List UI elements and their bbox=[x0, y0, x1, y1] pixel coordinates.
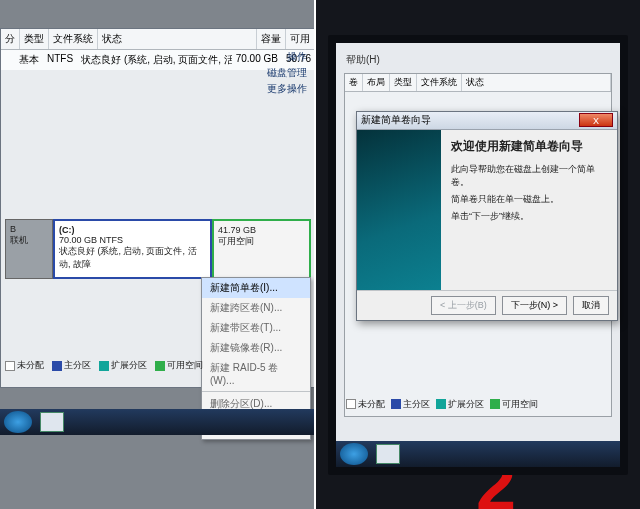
legend2-primary: 主分区 bbox=[403, 399, 430, 409]
menu-help[interactable]: 帮助(H) bbox=[346, 53, 380, 67]
wizard-text-1: 此向导帮助您在磁盘上创建一个简单卷。 bbox=[451, 163, 607, 189]
cell-fs: NTFS bbox=[43, 52, 77, 68]
ctx-new-mirrored-volume: 新建镜像卷(R)... bbox=[202, 338, 310, 358]
legend-extended: 扩展分区 bbox=[111, 360, 147, 370]
col2-type[interactable]: 类型 bbox=[390, 74, 417, 91]
legend-primary: 主分区 bbox=[64, 360, 91, 370]
wizard-heading: 欢迎使用新建简单卷向导 bbox=[451, 138, 607, 155]
close-button[interactable]: X bbox=[579, 113, 613, 127]
legend-2: 未分配 主分区 扩展分区 可用空间 bbox=[346, 398, 538, 411]
back-button: < 上一步(B) bbox=[431, 296, 496, 315]
ctx-new-raid5-volume: 新建 RAID-5 卷(W)... bbox=[202, 358, 310, 389]
actions-pane: 操作 磁盘管理 更多操作 bbox=[263, 49, 311, 97]
unallocated-size: 41.79 GB bbox=[218, 225, 305, 235]
ctx-new-spanned-volume: 新建跨区卷(N)... bbox=[202, 298, 310, 318]
col2-fs[interactable]: 文件系统 bbox=[417, 74, 462, 91]
col-layout[interactable]: 分 bbox=[1, 29, 20, 49]
taskbar-2 bbox=[336, 441, 620, 467]
wizard-banner bbox=[357, 130, 441, 290]
disk-graph: B 联机 (C:) 70.00 GB NTFS 状态良好 (系统, 启动, 页面… bbox=[5, 219, 311, 279]
start-button[interactable] bbox=[4, 411, 32, 433]
volume-c[interactable]: (C:) 70.00 GB NTFS 状态良好 (系统, 启动, 页面文件, 活… bbox=[53, 219, 212, 279]
volume-c-title: (C:) bbox=[59, 225, 75, 235]
ctx-new-striped-volume: 新建带区卷(T)... bbox=[202, 318, 310, 338]
legend2-free: 可用空间 bbox=[502, 399, 538, 409]
volume-c-size: 70.00 GB NTFS bbox=[59, 235, 206, 245]
disk-name: B bbox=[10, 224, 48, 234]
wizard-titlebar[interactable]: 新建简单卷向导 X bbox=[357, 112, 617, 130]
legend-unallocated: 未分配 bbox=[17, 360, 44, 370]
taskbar-explorer-icon[interactable] bbox=[40, 412, 64, 432]
cell-status: 状态良好 (系统, 启动, 页面文件, 活动, 故障转储, 主分区) bbox=[77, 52, 232, 68]
disk-label[interactable]: B 联机 bbox=[5, 219, 53, 279]
unallocated-label: 可用空间 bbox=[218, 235, 305, 248]
actions-header: 操作 bbox=[263, 49, 311, 65]
legend2-unallocated: 未分配 bbox=[358, 399, 385, 409]
taskbar-explorer-icon-2[interactable] bbox=[376, 444, 400, 464]
col-capacity[interactable]: 容量 bbox=[257, 29, 286, 49]
unallocated-space[interactable]: 41.79 GB 可用空间 bbox=[212, 219, 311, 279]
start-button-2[interactable] bbox=[340, 443, 368, 465]
col-free[interactable]: 可用 bbox=[286, 29, 315, 49]
cancel-button[interactable]: 取消 bbox=[573, 296, 609, 315]
legend: 未分配 主分区 扩展分区 可用空间 bbox=[5, 359, 203, 372]
actions-link-dm[interactable]: 磁盘管理 bbox=[263, 65, 311, 81]
col2-layout[interactable]: 布局 bbox=[363, 74, 390, 91]
next-button[interactable]: 下一步(N) > bbox=[502, 296, 567, 315]
col-status[interactable]: 状态 bbox=[98, 29, 257, 49]
actions-link-more[interactable]: 更多操作 bbox=[263, 81, 311, 97]
wizard-text-2: 简单卷只能在单一磁盘上。 bbox=[451, 193, 607, 206]
volume-list-header: 分 类型 文件系统 状态 容量 可用 bbox=[1, 29, 315, 50]
ctx-new-simple-volume[interactable]: 新建简单卷(I)... bbox=[202, 278, 310, 298]
wizard-text-3: 单击“下一步”继续。 bbox=[451, 210, 607, 223]
cell-type: 基本 bbox=[15, 52, 43, 68]
legend-free: 可用空间 bbox=[167, 360, 203, 370]
new-simple-volume-wizard: 新建简单卷向导 X 欢迎使用新建简单卷向导 此向导帮助您在磁盘上创建一个简单卷。… bbox=[356, 111, 618, 321]
wizard-content: 欢迎使用新建简单卷向导 此向导帮助您在磁盘上创建一个简单卷。 简单卷只能在单一磁… bbox=[441, 130, 617, 290]
laptop-screen: 帮助(H) 卷 布局 类型 文件系统 状态 新建简单卷向导 X bbox=[328, 35, 628, 475]
disk-status: 联机 bbox=[10, 234, 48, 247]
ctx-separator bbox=[202, 391, 310, 392]
col2-status[interactable]: 状态 bbox=[462, 74, 611, 91]
wizard-title-text: 新建简单卷向导 bbox=[361, 113, 431, 127]
taskbar bbox=[0, 409, 316, 435]
col-fs[interactable]: 文件系统 bbox=[49, 29, 98, 49]
col2-vol[interactable]: 卷 bbox=[345, 74, 363, 91]
legend2-extended: 扩展分区 bbox=[448, 399, 484, 409]
wizard-footer: < 上一步(B) 下一步(N) > 取消 bbox=[357, 290, 617, 320]
volume-c-status: 状态良好 (系统, 启动, 页面文件, 活动, 故障 bbox=[59, 245, 206, 271]
disk-management-window: 分 类型 文件系统 状态 容量 可用 基本 NTFS 状态良好 (系统, 启动,… bbox=[0, 28, 316, 388]
volume-list-header-2: 卷 布局 类型 文件系统 状态 bbox=[345, 74, 611, 92]
col-type[interactable]: 类型 bbox=[20, 29, 49, 49]
